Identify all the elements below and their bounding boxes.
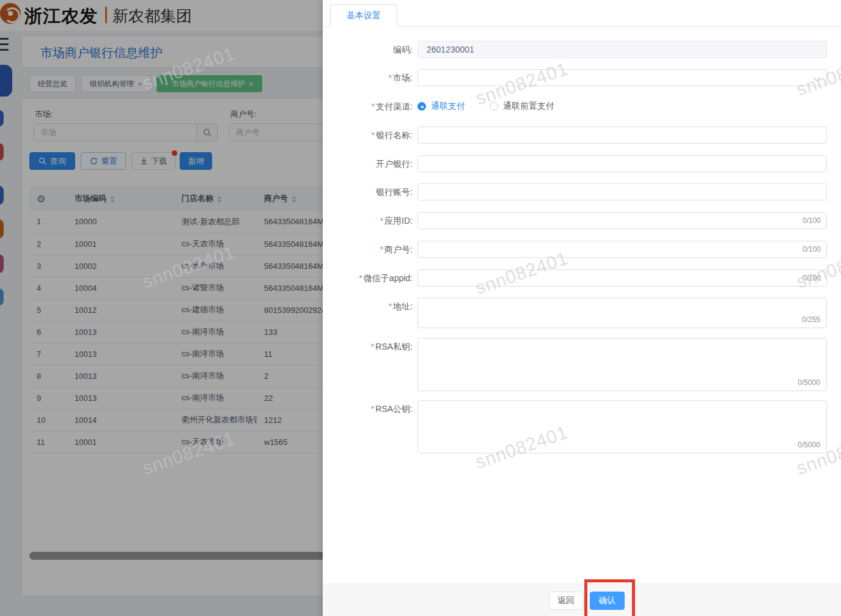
radio-selected-icon — [417, 102, 426, 111]
field-label: *市场: — [323, 69, 413, 86]
bank-name-input[interactable] — [417, 127, 827, 144]
char-counter: 0/5000 — [798, 441, 820, 449]
field-label: *支付渠道: — [323, 98, 413, 115]
bank-account-input[interactable] — [417, 183, 827, 200]
wechat-appid-input[interactable] — [417, 270, 827, 287]
address-textarea[interactable]: 0/255 — [417, 298, 827, 328]
rsa-public-textarea[interactable]: 0/5000 — [417, 400, 827, 453]
code-input — [417, 41, 827, 58]
field-label: *应用ID: — [323, 212, 413, 229]
field-label: *商户号: — [323, 241, 413, 258]
drawer-footer: 返回 确认 — [323, 584, 841, 616]
merchant-no-input[interactable] — [417, 241, 827, 258]
tab-label: 基本设置 — [347, 10, 381, 21]
field-label: *地址: — [323, 298, 413, 315]
field-label: 开户银行: — [323, 155, 413, 172]
drawer-tabbar-border — [323, 26, 841, 27]
screen: 浙江农发 新农都集团 市场商户银行信息维护 经营总览 组织机构管理 × ● 市场… — [0, 0, 841, 616]
field-label: 编码: — [323, 41, 413, 58]
radio-label: 通联前置支付 — [503, 101, 554, 112]
radio-label: 通联支付 — [431, 101, 465, 112]
field-label: *银行名称: — [323, 127, 413, 144]
market-select[interactable] — [417, 69, 827, 86]
radio-tonglian-front-pay[interactable]: 通联前置支付 — [490, 101, 554, 112]
radio-unselected-icon — [490, 102, 498, 111]
char-counter: 0/255 — [802, 315, 820, 324]
field-label: 银行账号: — [323, 183, 413, 200]
tab-basic-settings[interactable]: 基本设置 — [330, 4, 397, 27]
field-label: *微信子appid: — [323, 270, 413, 287]
field-label: *RSA私钥: — [323, 338, 413, 355]
chevron-down-icon — [813, 74, 820, 81]
field-label: *RSA公钥: — [323, 400, 413, 417]
radio-tonglian-pay[interactable]: 通联支付 — [417, 101, 465, 112]
rsa-private-textarea[interactable]: 0/5000 — [417, 338, 827, 391]
bank-branch-input[interactable] — [417, 155, 827, 172]
edit-drawer: 基本设置 编码: *市场: *支付渠道: 通联支付 — [323, 0, 841, 616]
back-button[interactable]: 返回 — [549, 592, 583, 610]
char-counter: 0/5000 — [798, 378, 820, 387]
highlight-annotation-box — [584, 579, 635, 616]
app-id-input[interactable] — [417, 212, 827, 229]
